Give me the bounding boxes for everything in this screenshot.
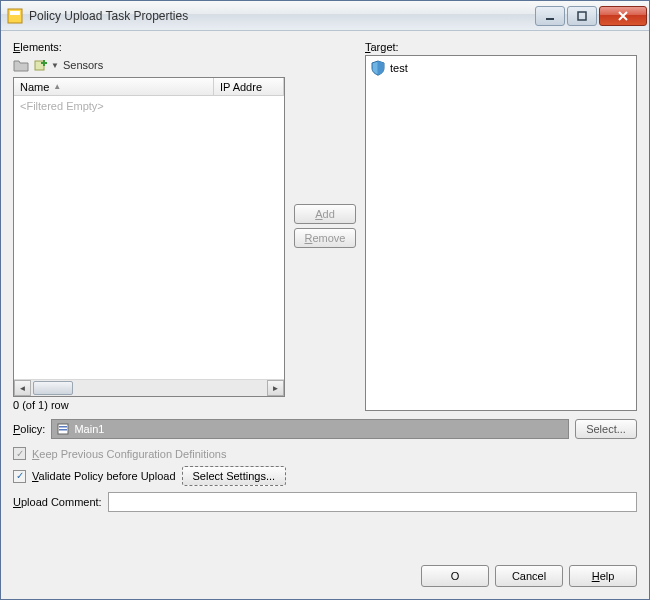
ok-button[interactable]: O bbox=[421, 565, 489, 587]
shield-icon bbox=[370, 60, 386, 76]
svg-rect-2 bbox=[546, 18, 554, 20]
dialog-content: Elements: ▼ Sensors Name ▲ bbox=[13, 41, 637, 587]
column-name-label: Name bbox=[20, 81, 49, 93]
cancel-button[interactable]: Cancel bbox=[495, 565, 563, 587]
list-header: Name ▲ IP Addre bbox=[14, 78, 284, 96]
window-title: Policy Upload Task Properties bbox=[29, 9, 533, 23]
scroll-left-button[interactable]: ◄ bbox=[14, 380, 31, 396]
svg-rect-3 bbox=[578, 12, 586, 20]
elements-toolbar: ▼ Sensors bbox=[13, 55, 285, 75]
add-sensor-icon[interactable] bbox=[33, 57, 49, 73]
transfer-buttons: Add Remove bbox=[285, 41, 365, 411]
select-policy-button[interactable]: Select... bbox=[575, 419, 637, 439]
top-row: Elements: ▼ Sensors Name ▲ bbox=[13, 41, 637, 411]
policy-row: Policy: Main1 Select... bbox=[13, 419, 637, 439]
sort-asc-icon: ▲ bbox=[53, 82, 61, 91]
keep-prev-label: Keep Previous Configuration Definitions bbox=[32, 448, 226, 460]
svg-rect-6 bbox=[59, 426, 67, 428]
row-count: 0 (of 1) row bbox=[13, 399, 285, 411]
dropdown-arrow-icon[interactable]: ▼ bbox=[51, 61, 59, 70]
validate-row: Validate Policy before Upload Select Set… bbox=[13, 466, 637, 486]
scroll-right-button[interactable]: ► bbox=[267, 380, 284, 396]
policy-icon bbox=[56, 422, 70, 436]
validate-label: Validate Policy before Upload bbox=[32, 470, 176, 482]
target-list[interactable]: test bbox=[365, 55, 637, 411]
policy-field[interactable]: Main1 bbox=[51, 419, 569, 439]
keep-prev-row: Keep Previous Configuration Definitions bbox=[13, 447, 637, 460]
elements-panel: Elements: ▼ Sensors Name ▲ bbox=[13, 41, 285, 411]
comment-label: Upload Comment: bbox=[13, 496, 102, 508]
dialog-footer: O Cancel Help bbox=[421, 565, 637, 587]
help-button[interactable]: Help bbox=[569, 565, 637, 587]
column-ip-label: IP Addre bbox=[220, 81, 262, 93]
validate-checkbox[interactable] bbox=[13, 470, 26, 483]
svg-rect-7 bbox=[59, 429, 67, 431]
target-panel: Target: test bbox=[365, 41, 637, 411]
target-label: Target: bbox=[365, 41, 637, 53]
column-ip-header[interactable]: IP Addre bbox=[214, 78, 284, 95]
dialog-window: Policy Upload Task Properties Elements: … bbox=[0, 0, 650, 600]
maximize-button[interactable] bbox=[567, 6, 597, 26]
window-buttons bbox=[533, 6, 647, 26]
app-icon bbox=[7, 8, 23, 24]
close-button[interactable] bbox=[599, 6, 647, 26]
select-settings-button[interactable]: Select Settings... bbox=[182, 466, 287, 486]
target-item-label: test bbox=[390, 62, 408, 74]
policy-value: Main1 bbox=[74, 423, 104, 435]
comment-row: Upload Comment: bbox=[13, 492, 637, 512]
svg-rect-1 bbox=[10, 11, 20, 15]
lower-section: Policy: Main1 Select... Keep Previous Co… bbox=[13, 419, 637, 512]
elements-label: Elements: bbox=[13, 41, 285, 53]
minimize-button[interactable] bbox=[535, 6, 565, 26]
horizontal-scrollbar[interactable]: ◄ ► bbox=[14, 379, 284, 396]
scroll-thumb[interactable] bbox=[33, 381, 73, 395]
policy-label: Policy: bbox=[13, 423, 45, 435]
scroll-track[interactable] bbox=[31, 380, 267, 396]
empty-placeholder: <Filtered Empty> bbox=[14, 96, 284, 116]
keep-prev-checkbox bbox=[13, 447, 26, 460]
column-name-header[interactable]: Name ▲ bbox=[14, 78, 214, 95]
list-body: <Filtered Empty> bbox=[14, 96, 284, 378]
folder-icon[interactable] bbox=[13, 57, 29, 73]
remove-button[interactable]: Remove bbox=[294, 228, 357, 248]
list-item[interactable]: test bbox=[370, 60, 632, 76]
toolbar-label: Sensors bbox=[63, 59, 103, 71]
elements-list[interactable]: Name ▲ IP Addre <Filtered Empty> ◄ bbox=[13, 77, 285, 397]
add-button[interactable]: Add bbox=[294, 204, 356, 224]
comment-input[interactable] bbox=[108, 492, 637, 512]
titlebar[interactable]: Policy Upload Task Properties bbox=[1, 1, 649, 31]
